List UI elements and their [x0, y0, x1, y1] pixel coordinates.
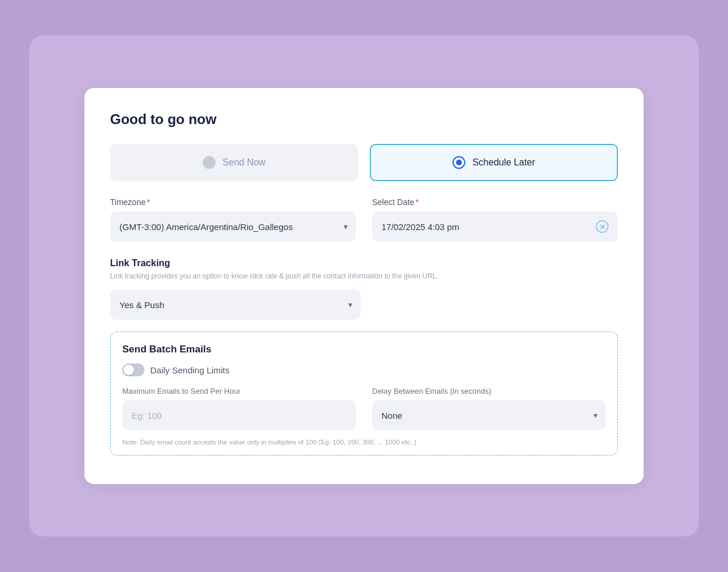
timezone-select-wrapper[interactable]: (GMT-3:00) America/Argentina/Rio_Gallego…: [110, 211, 356, 242]
daily-limits-label: Daily Sending Limits: [150, 365, 229, 375]
schedule-later-label: Schedule Later: [472, 157, 535, 168]
send-options-row: Send Now Schedule Later: [110, 144, 618, 181]
delay-label: Delay Between Emails (in seconds): [372, 387, 606, 396]
max-emails-input[interactable]: [122, 400, 356, 430]
delay-select[interactable]: None: [381, 411, 596, 421]
schedule-later-option[interactable]: Schedule Later: [370, 144, 618, 181]
schedule-later-radio: [453, 156, 465, 169]
batch-note: Note: Daily email count accepts the valu…: [122, 439, 606, 446]
date-value: 17/02/2025 4:03 pm: [381, 222, 459, 232]
daily-limits-toggle[interactable]: [122, 363, 144, 376]
send-now-radio: [203, 156, 215, 169]
timezone-date-row: Timezone * (GMT-3:00) America/Argentina/…: [110, 197, 618, 242]
batch-section-title: Send Batch Emails: [122, 344, 606, 355]
max-emails-label: Maximum Emails to Send Per Hour: [122, 387, 356, 396]
main-card: Good to go now Send Now Schedule Later T…: [84, 88, 644, 484]
delay-group: Delay Between Emails (in seconds) None ▾: [372, 387, 606, 430]
radio-dot: [456, 160, 462, 165]
batch-emails-section: Send Batch Emails Daily Sending Limits M…: [110, 331, 618, 456]
timezone-label: Timezone *: [110, 197, 356, 207]
date-input-box[interactable]: 17/02/2025 4:03 pm ✕: [372, 211, 618, 242]
link-tracking-description: Link tracking provides you an option to …: [110, 272, 618, 280]
batch-form-row: Maximum Emails to Send Per Hour Delay Be…: [122, 387, 606, 430]
max-emails-group: Maximum Emails to Send Per Hour: [122, 387, 356, 430]
timezone-select[interactable]: (GMT-3:00) America/Argentina/Rio_Gallego…: [119, 222, 347, 232]
select-date-required: *: [415, 197, 418, 207]
timezone-required: *: [147, 197, 150, 207]
link-tracking-select[interactable]: Yes & Push: [119, 300, 351, 310]
clear-date-button[interactable]: ✕: [596, 220, 609, 233]
delay-select-wrapper[interactable]: None ▾: [372, 400, 606, 430]
link-tracking-section: Link Tracking Link tracking provides you…: [110, 258, 618, 320]
link-tracking-title: Link Tracking: [110, 258, 618, 269]
outer-background: Good to go now Send Now Schedule Later T…: [29, 36, 699, 536]
timezone-group: Timezone * (GMT-3:00) America/Argentina/…: [110, 197, 356, 242]
daily-limits-row: Daily Sending Limits: [122, 363, 606, 376]
select-date-group: Select Date * 17/02/2025 4:03 pm ✕: [372, 197, 618, 242]
send-now-option[interactable]: Send Now: [110, 144, 358, 181]
select-date-label: Select Date *: [372, 197, 618, 207]
send-now-label: Send Now: [222, 157, 266, 168]
page-title: Good to go now: [110, 111, 618, 128]
link-tracking-select-wrapper[interactable]: Yes & Push ▾: [110, 289, 361, 320]
